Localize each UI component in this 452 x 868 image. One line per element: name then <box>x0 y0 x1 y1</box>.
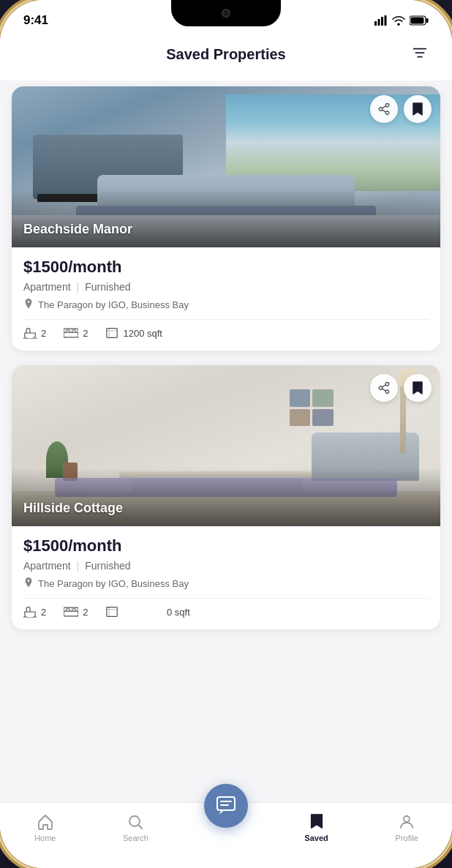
notch <box>171 0 281 26</box>
battery-icon <box>410 15 429 26</box>
bedrooms-feature: 2 <box>64 606 88 618</box>
location-text: The Paragon by IGO, Business Bay <box>38 578 189 589</box>
svg-rect-2 <box>381 17 383 26</box>
bath-icon <box>23 327 37 339</box>
svg-line-22 <box>382 385 385 387</box>
card-details: $1500/month Apartment | Furnished The Pa… <box>12 247 440 351</box>
area-icon <box>105 606 118 618</box>
area-partial: 0 sqft <box>167 607 190 618</box>
nav-profile[interactable]: Profile <box>361 810 452 842</box>
svg-rect-3 <box>385 15 387 26</box>
svg-point-19 <box>379 386 383 390</box>
svg-rect-27 <box>72 609 76 611</box>
bed-icon <box>64 327 78 339</box>
svg-rect-14 <box>64 332 78 337</box>
bathrooms-feature: 2 <box>23 327 46 339</box>
home-icon <box>37 813 54 831</box>
filter-button[interactable] <box>405 40 434 69</box>
bath-icon <box>23 606 37 618</box>
bathrooms-count: 2 <box>41 607 46 618</box>
filter-icon <box>412 46 428 62</box>
page-title: Saved Properties <box>47 46 405 63</box>
area-feature: 1200 sqft <box>105 327 162 339</box>
svg-point-8 <box>379 108 383 111</box>
area-value: 1200 sqft <box>123 328 162 339</box>
properties-list: Beachside Manor <box>0 81 452 853</box>
card-action-buttons <box>370 95 432 123</box>
svg-line-21 <box>382 389 385 391</box>
property-features: 2 2 <box>23 598 429 618</box>
nav-profile-label: Profile <box>396 834 418 842</box>
nav-home[interactable]: Home <box>0 810 91 842</box>
card-image-container: Beachside Manor <box>12 86 440 247</box>
svg-rect-17 <box>107 329 117 338</box>
svg-line-13 <box>35 337 37 339</box>
nav-search[interactable]: Search <box>91 810 181 842</box>
phone-screen: 9:41 <box>0 0 452 868</box>
image-overlay <box>12 468 440 526</box>
status-time: 9:41 <box>23 13 48 28</box>
nav-saved-label: Saved <box>304 834 328 842</box>
svg-point-20 <box>385 390 389 394</box>
card-action-buttons <box>370 374 432 402</box>
property-price: $1500/month <box>23 258 429 277</box>
bedrooms-count: 2 <box>83 607 88 618</box>
svg-line-10 <box>382 110 385 112</box>
svg-rect-1 <box>378 19 380 26</box>
property-type: Apartment <box>23 281 71 293</box>
status-icons <box>374 15 429 26</box>
svg-point-34 <box>404 816 410 822</box>
bookmark-icon <box>412 381 423 395</box>
svg-rect-15 <box>67 330 70 332</box>
property-type: Apartment <box>23 560 71 572</box>
share-button[interactable] <box>370 374 398 402</box>
property-card[interactable]: Hillside Cottage <box>12 365 440 629</box>
property-location: The Paragon by IGO, Business Bay <box>23 299 429 310</box>
location-text: The Paragon by IGO, Business Bay <box>38 299 189 310</box>
share-icon <box>377 102 391 116</box>
image-overlay <box>12 189 440 247</box>
wifi-icon <box>392 15 405 26</box>
bookmark-button[interactable] <box>404 374 432 402</box>
nav-home-label: Home <box>34 834 56 842</box>
bookmark-icon <box>412 102 423 116</box>
svg-line-33 <box>139 826 143 829</box>
share-button[interactable] <box>370 95 398 123</box>
property-location: The Paragon by IGO, Business Bay <box>23 577 429 589</box>
svg-rect-5 <box>426 18 429 23</box>
property-features: 2 2 <box>23 319 429 339</box>
chat-fab[interactable] <box>204 784 248 828</box>
tag-divider: | <box>77 560 80 572</box>
svg-line-24 <box>35 616 37 618</box>
page-header: Saved Properties <box>0 34 452 81</box>
profile-icon <box>398 813 415 831</box>
tag-divider: | <box>77 281 80 293</box>
nav-saved[interactable]: Saved <box>271 810 362 842</box>
svg-line-11 <box>382 106 385 108</box>
card-image-container: Hillside Cottage <box>12 365 440 526</box>
property-price: $1500/month <box>23 536 429 555</box>
furnished-tag: Furnished <box>85 281 130 293</box>
saved-icon <box>309 813 325 831</box>
svg-rect-0 <box>374 21 377 26</box>
property-card[interactable]: Beachside Manor <box>12 86 440 351</box>
phone-frame: 9:41 <box>0 0 452 868</box>
bed-icon <box>64 606 78 618</box>
card-details: $1500/month Apartment | Furnished The Pa… <box>12 526 440 629</box>
property-name: Hillside Cottage <box>23 501 123 516</box>
svg-line-12 <box>23 337 25 339</box>
search-icon <box>127 813 144 831</box>
svg-rect-6 <box>411 18 424 24</box>
property-tags: Apartment | Furnished <box>23 281 429 293</box>
area-feature: 1200 sqft 0 sqft <box>105 606 189 618</box>
furnished-tag: Furnished <box>85 560 130 572</box>
signal-icon <box>374 15 388 26</box>
svg-rect-25 <box>64 611 78 616</box>
property-name: Beachside Manor <box>23 222 132 237</box>
svg-point-18 <box>385 383 389 386</box>
bathrooms-feature: 2 <box>23 606 46 618</box>
property-tags: Apartment | Furnished <box>23 560 429 572</box>
bedrooms-count: 2 <box>83 328 88 339</box>
bookmark-button[interactable] <box>404 95 432 123</box>
bathrooms-count: 2 <box>41 328 46 339</box>
